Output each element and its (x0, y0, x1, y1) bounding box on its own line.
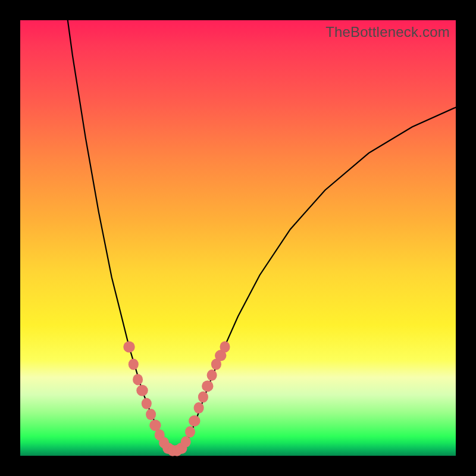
curve-marker (220, 342, 230, 353)
curve-marker (133, 374, 143, 385)
curve-marker (136, 385, 148, 396)
chart-svg (20, 20, 456, 456)
curve-marker (146, 409, 156, 420)
curve-right-branch (181, 107, 456, 450)
plot-area: TheBottleneck.com (20, 20, 456, 456)
curve-marker (129, 359, 139, 370)
curve-left-branch (68, 20, 168, 450)
curve-marker (123, 342, 134, 353)
curve-marker (194, 402, 204, 414)
curve-marker (202, 380, 213, 392)
curve-marker (181, 436, 191, 447)
curve-marker (207, 369, 217, 381)
curve-marker (185, 426, 195, 437)
curve-marker (142, 398, 152, 409)
marker-group (123, 342, 230, 456)
curve-marker (198, 392, 208, 403)
chart-frame: TheBottleneck.com (0, 0, 476, 476)
curve-marker (189, 415, 200, 427)
